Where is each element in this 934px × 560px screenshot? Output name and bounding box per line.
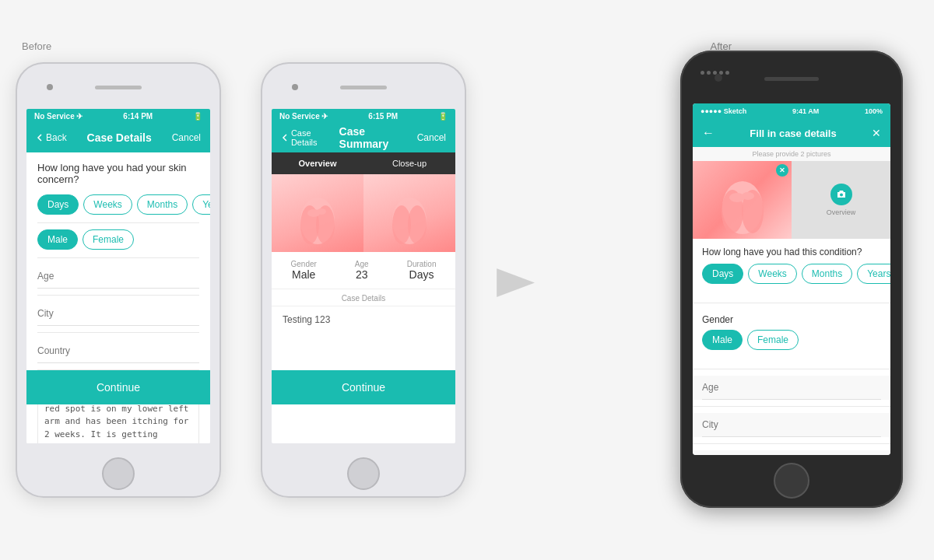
tab-closeup[interactable]: Close-up	[363, 152, 455, 174]
close-photo-button[interactable]: ✕	[776, 164, 788, 177]
dark-pill-male[interactable]: Male	[702, 330, 743, 350]
stat-age: Age 23	[355, 260, 369, 281]
case-details-label: Case Details	[272, 289, 455, 306]
dot5	[725, 71, 729, 75]
cancel-button[interactable]: Cancel	[172, 132, 201, 143]
dark-nav-title: Fill in case details	[750, 128, 836, 139]
phone2-screen: No Service ✈ 6:15 PM 🔋 Case Details Case…	[272, 109, 455, 443]
camera-placeholder[interactable]: Overview	[792, 161, 890, 239]
dark-pill-years[interactable]: Years	[857, 264, 890, 284]
dark-back-button[interactable]: ←	[702, 126, 715, 140]
status-left: No Service ✈	[34, 112, 83, 121]
dark-divider3	[693, 406, 890, 407]
duration-value: Days	[407, 268, 437, 281]
pill-female[interactable]: Female	[83, 229, 134, 250]
divider3	[37, 295, 199, 296]
stats-row: Gender Male Age 23 Duration Days	[272, 252, 455, 289]
pill-days[interactable]: Days	[37, 194, 79, 215]
dark-city-input[interactable]	[702, 413, 881, 437]
dark-age-input[interactable]	[702, 376, 881, 400]
status-bar: No Service ✈ 6:14 PM 🔋	[26, 109, 210, 123]
pill-months[interactable]: Months	[137, 194, 188, 215]
duration-label: Duration	[407, 260, 437, 268]
dark-status-time: 9:41 AM	[792, 107, 819, 115]
dark-gender-pills: Male Female	[702, 330, 881, 350]
dark-status-bar: ●●●●● Sketch 9:41 AM 100%	[693, 103, 890, 119]
camera-add-icon[interactable]	[830, 184, 852, 205]
dark-pill-weeks[interactable]: Weeks	[748, 264, 796, 284]
divider2	[37, 257, 199, 258]
speaker2	[340, 86, 387, 89]
stat-gender: Gender Male	[291, 260, 317, 281]
dark-status-battery: 100%	[865, 107, 883, 115]
dark-close-button[interactable]: ✕	[872, 127, 881, 139]
age-input[interactable]	[37, 264, 199, 289]
svg-point-4	[317, 208, 326, 215]
status-bar2: No Service ✈ 6:15 PM 🔋	[272, 109, 455, 123]
photo-section: ✕ Overview	[693, 161, 890, 239]
gender-pills: Male Female	[37, 229, 199, 250]
question-text: How long have you had your skin concern?	[37, 162, 199, 185]
before-label: Before	[22, 40, 51, 52]
phone1-screen: No Service ✈ 6:14 PM 🔋 Back Case Details…	[26, 109, 210, 443]
status2-left: No Service ✈	[279, 112, 328, 121]
country-input[interactable]	[37, 339, 199, 363]
status2-time: 6:15 PM	[368, 112, 398, 121]
nav-title2: Case Summary	[339, 125, 417, 150]
status-time: 6:14 PM	[123, 112, 153, 121]
city-input[interactable]	[37, 302, 199, 326]
status-right: 🔋	[193, 112, 202, 121]
gender-label: Gender	[291, 260, 317, 268]
nav-bar2: Case Details Case Summary Cancel	[272, 123, 455, 152]
home-button2[interactable]	[347, 457, 380, 490]
continue-button[interactable]: Continue	[26, 370, 210, 404]
home-button3[interactable]	[774, 463, 809, 499]
home-button[interactable]	[102, 457, 135, 490]
front-camera	[47, 84, 53, 90]
dark-pill-female[interactable]: Female	[747, 330, 799, 350]
tab-overview[interactable]: Overview	[272, 152, 363, 174]
dark-divider4	[693, 443, 890, 444]
nav-bar: Back Case Details Cancel	[26, 123, 210, 152]
camera-svg	[836, 190, 847, 199]
arrow: ▶	[497, 257, 535, 302]
back-button[interactable]: Back	[36, 132, 67, 143]
pill-weeks[interactable]: Weeks	[83, 194, 132, 215]
cancel-button2[interactable]: Cancel	[417, 132, 446, 143]
speaker	[95, 86, 142, 89]
back-label: Back	[46, 132, 67, 143]
divider4	[37, 332, 199, 333]
pill-male[interactable]: Male	[37, 229, 78, 250]
phone-before-left: No Service ✈ 6:14 PM 🔋 Back Case Details…	[16, 62, 221, 498]
overview-label: Overview	[827, 208, 856, 216]
dark-duration-pills: Days Weeks Months Years	[702, 264, 881, 284]
phone3-screen: ●●●●● Sketch 9:41 AM 100% ← Fill in case…	[693, 103, 890, 455]
dark-pill-days[interactable]: Days	[702, 264, 743, 284]
dot-group	[700, 71, 729, 75]
country-dropdown[interactable]: Country ›	[693, 450, 890, 455]
speaker3	[764, 77, 819, 81]
phone-after: ●●●●● Sketch 9:41 AM 100% ← Fill in case…	[680, 51, 903, 508]
skin-svg-left	[294, 182, 341, 244]
svg-point-13	[840, 194, 843, 197]
skin-photo-left[interactable]: ✕	[693, 161, 792, 239]
back-label2: Case Details	[291, 128, 339, 147]
svg-point-7	[408, 205, 427, 244]
tab-bar: Overview Close-up	[272, 152, 455, 174]
stat-duration: Duration Days	[407, 260, 437, 281]
age-label: Age	[355, 260, 369, 268]
continue-button2[interactable]: Continue	[272, 370, 455, 404]
dark-pill-months[interactable]: Months	[802, 264, 852, 284]
front-camera2	[292, 84, 298, 90]
dot1	[700, 71, 704, 75]
pill-years[interactable]: Years	[192, 194, 210, 215]
gender-section-label: Gender	[702, 314, 881, 325]
nav-title: Case Details	[87, 131, 152, 144]
back-button2[interactable]: Case Details	[281, 128, 339, 147]
skin-illustration-dark	[715, 165, 770, 235]
duration-pills: Days Weeks Months Years	[37, 194, 199, 215]
dot2	[707, 71, 711, 75]
age-value: 23	[355, 268, 369, 281]
arrow-icon: ▶	[497, 258, 535, 300]
skin-svg-right	[386, 182, 433, 244]
